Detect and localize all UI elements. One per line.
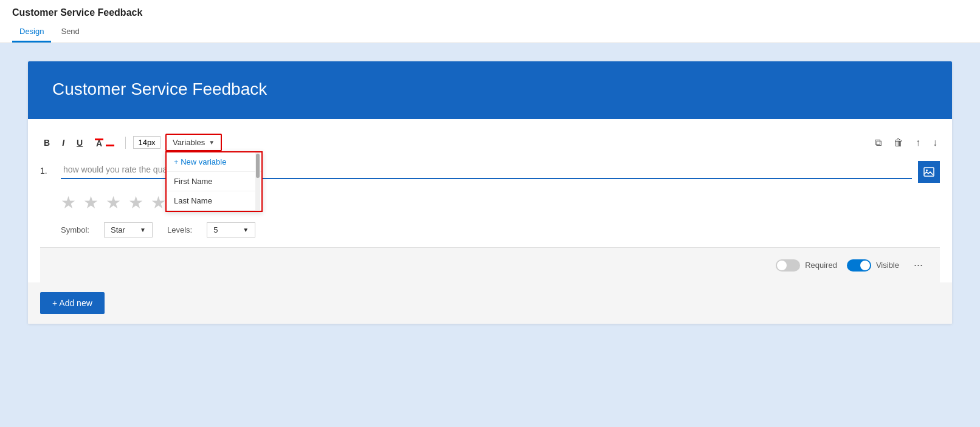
underline-button[interactable]: U: [73, 135, 86, 150]
required-toggle[interactable]: [776, 259, 800, 272]
top-bar: Customer Service Feedback Design Send: [0, 0, 980, 43]
font-color-label: A: [95, 138, 103, 140]
new-variable-item[interactable]: + New variable: [167, 152, 261, 172]
variables-dropdown: + New variable First Name Last Name: [165, 151, 263, 212]
font-color-button[interactable]: A: [91, 135, 118, 151]
visible-toggle[interactable]: [847, 259, 871, 272]
tab-send[interactable]: Send: [53, 23, 86, 43]
scrollbar-thumb: [256, 154, 260, 178]
survey-body: B I U A Variables ▼: [28, 117, 952, 324]
toolbar-separator: [125, 137, 126, 149]
symbol-label: Symbol:: [61, 225, 89, 234]
variables-arrow-icon: ▼: [209, 139, 215, 146]
star-4: ★: [128, 193, 143, 213]
survey-header: Customer Service Feedback: [28, 61, 952, 117]
add-new-button[interactable]: + Add new: [40, 292, 105, 314]
image-icon: [923, 166, 934, 177]
symbol-value: Star: [111, 225, 125, 234]
visible-toggle-group: Visible: [847, 259, 899, 272]
visible-label: Visible: [876, 261, 899, 270]
font-color-underline: [106, 145, 114, 146]
tab-design[interactable]: Design: [12, 23, 51, 43]
copy-button[interactable]: ⧉: [872, 135, 884, 151]
symbol-select[interactable]: Star ▼: [104, 222, 153, 237]
survey-title: Customer Service Feedback: [52, 80, 928, 99]
footer-bar: Required Visible ···: [40, 247, 940, 282]
more-options-button[interactable]: ···: [909, 256, 928, 274]
question-number: 1.: [40, 161, 55, 176]
svg-rect-0: [924, 168, 934, 176]
star-1: ★: [61, 193, 76, 213]
add-new-section: + Add new: [28, 282, 952, 324]
required-toggle-group: Required: [776, 259, 837, 272]
tabs: Design Send: [12, 23, 968, 43]
variables-button[interactable]: Variables ▼: [165, 134, 222, 151]
levels-arrow-icon: ▼: [243, 227, 249, 233]
levels-label: Levels:: [167, 225, 192, 234]
move-down-button[interactable]: ↓: [930, 135, 940, 151]
required-label: Required: [805, 261, 837, 270]
star-2: ★: [83, 193, 98, 213]
star-3: ★: [106, 193, 121, 213]
star-5: ★: [151, 193, 166, 213]
dropdown-scrollbar[interactable]: [255, 152, 260, 211]
last-name-item[interactable]: Last Name: [167, 191, 261, 211]
italic-button[interactable]: I: [58, 135, 68, 150]
move-up-button[interactable]: ↑: [913, 135, 923, 151]
font-size-input[interactable]: [133, 136, 160, 149]
main-area: Customer Service Feedback B I U A: [0, 43, 980, 427]
question-toolbar: B I U A Variables ▼: [40, 129, 940, 156]
image-button[interactable]: [918, 161, 940, 183]
variables-wrapper: Variables ▼ + New variable First Name La…: [165, 134, 222, 151]
delete-button[interactable]: 🗑: [891, 135, 906, 151]
settings-row: Symbol: Star ▼ Levels: 5 ▼: [61, 222, 940, 237]
levels-value: 5: [213, 225, 218, 234]
variables-label: Variables: [173, 138, 205, 147]
symbol-arrow-icon: ▼: [140, 227, 146, 233]
right-toolbar: ⧉ 🗑 ↑ ↓: [872, 135, 940, 151]
question-block: B I U A Variables ▼: [28, 117, 952, 282]
survey-container: Customer Service Feedback B I U A: [28, 61, 952, 324]
first-name-item[interactable]: First Name: [167, 172, 261, 191]
page-title: Customer Service Feedback: [12, 7, 968, 18]
bold-button[interactable]: B: [40, 135, 53, 150]
svg-point-1: [926, 169, 928, 171]
levels-select[interactable]: 5 ▼: [207, 222, 255, 237]
